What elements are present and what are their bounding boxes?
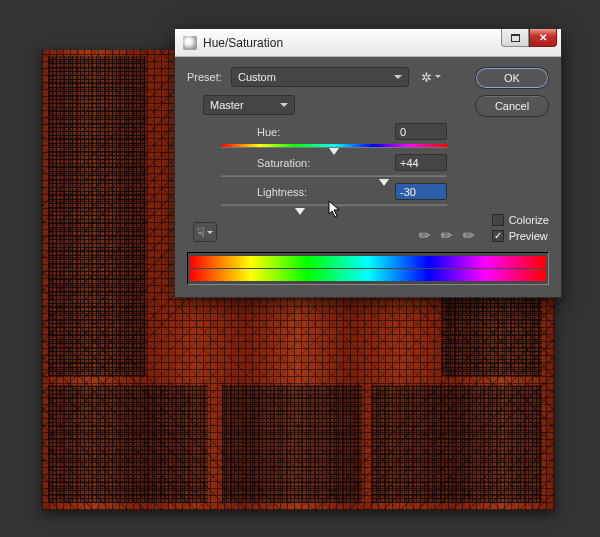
- preset-value: Custom: [238, 71, 276, 83]
- eyedropper-subtract-icon[interactable]: ✎: [458, 223, 481, 246]
- ok-button[interactable]: OK: [475, 67, 549, 89]
- hue-slider-track[interactable]: [221, 144, 447, 148]
- color-range-strip[interactable]: [187, 252, 549, 285]
- eyedropper-add-icon[interactable]: ✎: [436, 223, 459, 246]
- saturation-label: Saturation:: [257, 157, 310, 169]
- saturation-value-input[interactable]: +44: [395, 154, 447, 171]
- dialog-title: Hue/Saturation: [203, 36, 283, 50]
- close-button[interactable]: ✕: [529, 29, 557, 47]
- spectrum-top: [190, 256, 546, 268]
- spectrum-bottom: [190, 269, 546, 281]
- saturation-slider-track[interactable]: [221, 175, 447, 177]
- preview-checkbox[interactable]: ✓ Preview: [492, 230, 549, 242]
- preset-menu-button[interactable]: ✲: [419, 70, 433, 84]
- preview-checkbox-box: ✓: [492, 230, 504, 242]
- colorize-checkbox-box: [492, 214, 504, 226]
- saturation-slider-thumb[interactable]: [379, 179, 389, 191]
- maximize-button[interactable]: [501, 29, 529, 47]
- channel-select[interactable]: Master: [203, 95, 295, 115]
- eyedropper-icon[interactable]: ✎: [414, 223, 437, 246]
- app-icon: [183, 36, 197, 50]
- cancel-button[interactable]: Cancel: [475, 95, 549, 117]
- colorize-checkbox[interactable]: Colorize: [492, 214, 549, 226]
- lightness-value-input[interactable]: -30: [395, 183, 447, 200]
- lightness-slider-track[interactable]: [221, 204, 447, 206]
- colorize-label: Colorize: [509, 214, 549, 226]
- channel-value: Master: [210, 99, 244, 111]
- hue-value-input[interactable]: 0: [395, 123, 447, 140]
- targeted-adjust-button[interactable]: ☟: [193, 222, 217, 242]
- hue-label: Hue:: [257, 126, 280, 138]
- preview-label: Preview: [509, 230, 548, 242]
- lightness-slider-thumb[interactable]: [295, 208, 305, 220]
- preset-label: Preset:: [187, 71, 231, 83]
- dialog-titlebar[interactable]: Hue/Saturation ✕: [175, 29, 561, 57]
- preset-select[interactable]: Custom: [231, 67, 409, 87]
- hue-saturation-dialog: Hue/Saturation ✕ OK Cancel Preset: Custo…: [174, 28, 562, 298]
- hue-slider-thumb[interactable]: [329, 148, 339, 160]
- lightness-label: Lightness:: [257, 186, 307, 198]
